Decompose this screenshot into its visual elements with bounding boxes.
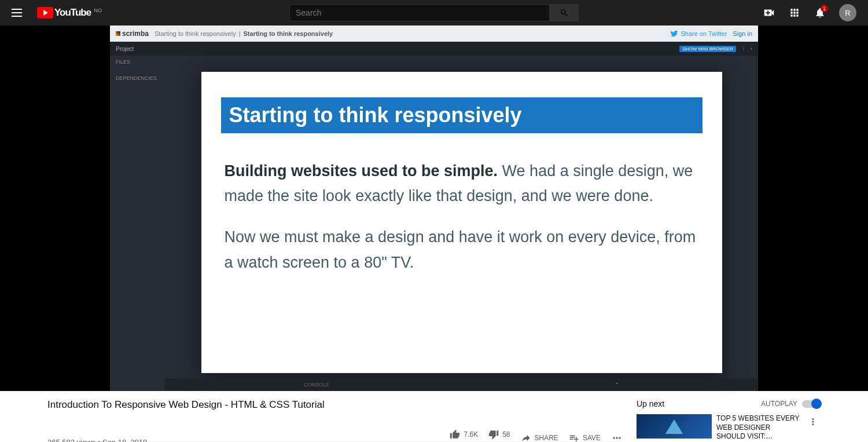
video-actions: 7.6K 58 SHARE SAVE xyxy=(450,415,623,442)
avatar-letter: R xyxy=(845,9,850,17)
ide-sidebar: FILES DEPENDENCIES xyxy=(110,56,165,377)
twitter-icon xyxy=(670,30,678,38)
header-actions: 1 R xyxy=(763,4,856,21)
video-options-button[interactable] xyxy=(806,414,821,442)
search-button[interactable] xyxy=(550,4,579,21)
show-browser-button: SHOW MINI BROWSER xyxy=(679,46,736,52)
video-meta: Introduction To Responsive Web Design - … xyxy=(47,399,623,442)
more-horiz-icon xyxy=(611,432,623,442)
autoplay-toggle[interactable] xyxy=(802,400,821,408)
apps-icon xyxy=(789,7,800,19)
breadcrumb-parent: Starting to think responsively xyxy=(155,30,236,37)
video-content: scrimba Starting to think responsively |… xyxy=(110,25,758,391)
video-stats: 265,582 views • Sep 18, 2019 xyxy=(47,438,147,442)
share-button[interactable]: SHARE xyxy=(521,433,558,442)
create-button[interactable] xyxy=(763,6,775,19)
thumbs-up-icon xyxy=(450,429,460,440)
next-video-item[interactable]: TOP 5 WEBSITES EVERY WEB DESIGNER SHOULD… xyxy=(637,414,821,442)
slide-body: Building websites used to be simple. We … xyxy=(221,133,703,275)
up-next-header: Up next AUTOPLAY xyxy=(637,399,821,408)
thumbs-down-icon xyxy=(488,429,499,440)
more-vert-icon xyxy=(808,417,818,427)
files-label: FILES xyxy=(116,59,159,65)
up-next-label: Up next xyxy=(637,399,664,408)
breadcrumb-current: Starting to think responsively xyxy=(244,30,333,37)
share-icon xyxy=(521,433,531,442)
sidebar-recommendations: Up next AUTOPLAY TOP 5 WEBSITES EVERY WE… xyxy=(637,399,821,442)
video-player[interactable]: scrimba Starting to think responsively |… xyxy=(0,25,868,391)
save-button[interactable]: SAVE xyxy=(569,433,601,442)
apps-button[interactable] xyxy=(788,6,801,19)
video-thumbnail xyxy=(637,414,712,439)
scrimba-logo: scrimba xyxy=(116,30,149,38)
play-icon xyxy=(37,7,53,19)
ide-body: FILES DEPENDENCIES Starting to think res… xyxy=(110,56,758,377)
more-actions-button[interactable] xyxy=(611,432,623,442)
project-bar: Project SHOW MINI BROWSER ⋮ ‹ xyxy=(110,42,758,56)
signin-link: Sign in xyxy=(733,30,752,37)
video-plus-icon xyxy=(763,6,775,19)
slide-paragraph-2: Now we must make a design and have it wo… xyxy=(225,225,697,275)
dislike-button[interactable]: 58 xyxy=(488,429,510,440)
country-code: NO xyxy=(94,8,102,13)
autoplay-control: AUTOPLAY xyxy=(761,400,821,408)
guide-menu-button[interactable] xyxy=(12,6,25,20)
notification-badge: 1 xyxy=(821,5,828,12)
next-video-title: TOP 5 WEBSITES EVERY WEB DESIGNER SHOULD… xyxy=(716,414,801,441)
ide-main: Starting to think responsively Building … xyxy=(165,56,758,377)
avatar-button[interactable]: R xyxy=(839,4,856,21)
share-twitter-link: Share on Twitter xyxy=(670,30,727,38)
project-label: Project xyxy=(116,46,134,52)
like-button[interactable]: 7.6K xyxy=(450,429,478,440)
youtube-header: YouTube NO 1 R xyxy=(0,0,868,25)
playlist-add-icon xyxy=(569,433,579,442)
search-icon xyxy=(560,8,569,17)
deps-label: DEPENDENCIES xyxy=(116,75,159,81)
chevron-left-icon: ‹ xyxy=(751,46,752,52)
next-video-info: TOP 5 WEBSITES EVERY WEB DESIGNER SHOULD… xyxy=(716,414,801,442)
search-input[interactable] xyxy=(289,4,550,21)
slide-title: Starting to think responsively xyxy=(221,97,703,133)
chevron-up-icon: ⌃ xyxy=(615,382,619,388)
below-player: Introduction To Responsive Web Design - … xyxy=(0,391,868,442)
console-bar: CONSOLE ⌃ xyxy=(165,378,758,391)
scrimba-topbar: scrimba Starting to think responsively |… xyxy=(110,25,758,42)
search-form xyxy=(289,4,579,21)
youtube-logo[interactable]: YouTube NO xyxy=(37,7,102,19)
slide-content: Starting to think responsively Building … xyxy=(201,72,722,373)
video-title: Introduction To Responsive Web Design - … xyxy=(47,399,623,411)
slide-paragraph-1: Building websites used to be simple. We … xyxy=(225,159,697,209)
more-icon: ⋮ xyxy=(741,46,746,52)
logo-text: YouTube xyxy=(54,7,91,19)
console-label: CONSOLE xyxy=(304,382,329,388)
notifications-button[interactable]: 1 xyxy=(814,6,826,19)
